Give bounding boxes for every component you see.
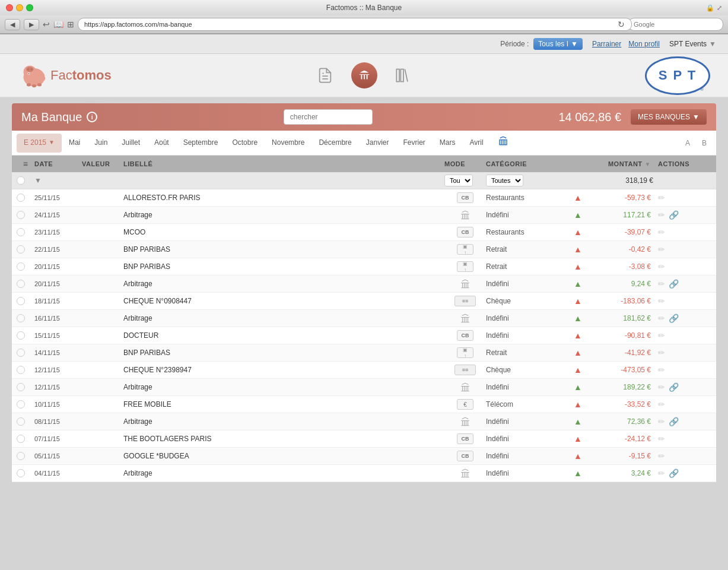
- edit-icon[interactable]: ✏: [658, 400, 665, 409]
- edit-icon[interactable]: ✏: [658, 262, 665, 271]
- link-icon[interactable]: 🔗: [669, 279, 679, 289]
- mode-filter-select[interactable]: Tou: [444, 175, 473, 186]
- tab-letter-b[interactable]: B: [697, 137, 711, 150]
- edit-icon[interactable]: ✏: [658, 365, 665, 375]
- tab-septembre[interactable]: Septembre: [176, 134, 225, 153]
- row-checkbox[interactable]: [17, 228, 25, 236]
- edit-icon[interactable]: ✏: [658, 227, 665, 237]
- info-icon[interactable]: i: [87, 112, 97, 122]
- edit-icon[interactable]: ✏: [658, 348, 665, 357]
- withdraw-mode-icon: ▣ ↑: [457, 347, 473, 358]
- tab-decembre[interactable]: Décembre: [311, 134, 358, 153]
- tab-octobre[interactable]: Octobre: [225, 134, 265, 153]
- select-all-checkbox[interactable]: ≡: [17, 159, 34, 169]
- edit-icon[interactable]: ✏: [658, 296, 665, 306]
- categorie-filter-select[interactable]: Toutes: [486, 175, 523, 186]
- row-checkbox[interactable]: [17, 194, 25, 202]
- mes-banques-button[interactable]: MES BANQUES ▼: [631, 109, 707, 125]
- row-montant: -39,07 €: [593, 228, 658, 236]
- row-checkbox[interactable]: [17, 211, 25, 219]
- row-checkbox[interactable]: [17, 262, 25, 271]
- edit-icon[interactable]: ✏: [658, 193, 665, 202]
- edit-icon[interactable]: ✏: [658, 451, 665, 461]
- edit-icon[interactable]: ✏: [658, 382, 665, 392]
- edit-icon[interactable]: ✏: [658, 417, 665, 426]
- profile-link[interactable]: Mon profil: [628, 40, 660, 48]
- row-mode: [444, 210, 486, 220]
- tab-bank-icon[interactable]: [491, 131, 516, 155]
- cheque-mode-icon: ≡≡: [454, 365, 476, 375]
- row-checkbox[interactable]: [17, 314, 25, 322]
- grid-icon[interactable]: ⊞: [67, 20, 74, 29]
- nav-library[interactable]: [395, 67, 412, 84]
- nav-documents[interactable]: [317, 67, 333, 84]
- browser-search-input[interactable]: [628, 18, 723, 31]
- row-checkbox[interactable]: [17, 435, 25, 443]
- row-checkbox[interactable]: [17, 245, 25, 254]
- title-bar: Factomos :: Ma Banque 🔒 ⤢: [0, 0, 728, 15]
- row-categorie: Indéfini: [486, 314, 563, 322]
- edit-icon[interactable]: ✏: [658, 314, 665, 323]
- tab-mars[interactable]: Mars: [433, 134, 463, 153]
- forward-button[interactable]: ▶: [24, 19, 39, 30]
- edit-icon[interactable]: ✏: [658, 210, 665, 220]
- nav-bank[interactable]: [351, 62, 377, 88]
- link-icon[interactable]: 🔗: [669, 382, 679, 392]
- edit-icon[interactable]: ✏: [658, 434, 665, 444]
- row-libelle: Arbitrage: [123, 469, 444, 477]
- tab-aout[interactable]: Août: [147, 134, 176, 153]
- row-mode: ▣ ↑: [444, 261, 486, 272]
- link-icon[interactable]: 🔗: [669, 417, 679, 426]
- period-dropdown[interactable]: Tous les I ▼: [533, 38, 583, 50]
- tab-novembre[interactable]: Novembre: [265, 134, 311, 153]
- edit-icon[interactable]: ✏: [658, 468, 665, 478]
- row-direction: ▲: [563, 314, 593, 323]
- row-date: 10/11/15: [34, 401, 82, 408]
- row-checkbox[interactable]: [17, 452, 25, 460]
- row-checkbox[interactable]: [17, 366, 25, 374]
- tab-juillet[interactable]: Juillet: [115, 134, 147, 153]
- row-libelle: GOOGLE *BUDGEA: [123, 452, 444, 460]
- header-checkbox[interactable]: [17, 176, 25, 185]
- withdraw-mode-icon: ▣ ↑: [457, 261, 473, 272]
- bookmark-icon[interactable]: 📖: [53, 20, 63, 29]
- row-checkbox[interactable]: [17, 417, 25, 426]
- link-icon[interactable]: 🔗: [669, 210, 679, 220]
- tab-avril[interactable]: Avril: [463, 134, 491, 153]
- search-input[interactable]: [284, 109, 373, 125]
- tab-mai[interactable]: Mai: [62, 134, 87, 153]
- close-button[interactable]: [6, 4, 13, 11]
- sort-icon[interactable]: ▼: [645, 161, 651, 167]
- edit-icon[interactable]: ✏: [658, 245, 665, 254]
- back-button[interactable]: ◀: [5, 19, 20, 30]
- bank-mode-icon: [460, 210, 471, 220]
- row-checkbox[interactable]: [17, 383, 25, 391]
- arrow-up-icon: ▲: [574, 227, 582, 237]
- company-dropdown[interactable]: SPT Events ▼: [669, 40, 716, 48]
- share-icon[interactable]: ↩: [43, 20, 50, 29]
- row-montant: -473,05 €: [593, 366, 658, 374]
- link-icon[interactable]: 🔗: [669, 314, 679, 323]
- tab-juin[interactable]: Juin: [87, 134, 115, 153]
- row-checkbox[interactable]: [17, 469, 25, 477]
- tab-e2015[interactable]: E 2015 ▼: [17, 134, 62, 153]
- row-checkbox[interactable]: [17, 349, 25, 357]
- maximize-button[interactable]: [26, 4, 33, 11]
- minimize-button[interactable]: [16, 4, 23, 11]
- filter-date-arrow[interactable]: ▼: [34, 176, 42, 185]
- edit-icon[interactable]: ✏: [658, 279, 665, 289]
- link-icon[interactable]: 🔗: [669, 468, 679, 478]
- filter-icon[interactable]: ≡: [23, 159, 28, 169]
- tab-fevrier[interactable]: Fevrier: [396, 134, 432, 153]
- row-checkbox[interactable]: [17, 400, 25, 408]
- tab-janvier[interactable]: Janvier: [359, 134, 396, 153]
- company-dropdown-arrow: ▼: [709, 40, 716, 48]
- row-checkbox[interactable]: [17, 280, 25, 288]
- row-checkbox[interactable]: [17, 331, 25, 340]
- row-checkbox[interactable]: [17, 297, 25, 305]
- parrainer-link[interactable]: Parrainer: [592, 40, 621, 48]
- refresh-button[interactable]: ↻: [618, 20, 625, 29]
- tab-letter-a[interactable]: A: [681, 137, 695, 150]
- address-bar[interactable]: [78, 18, 632, 31]
- edit-icon[interactable]: ✏: [658, 331, 665, 340]
